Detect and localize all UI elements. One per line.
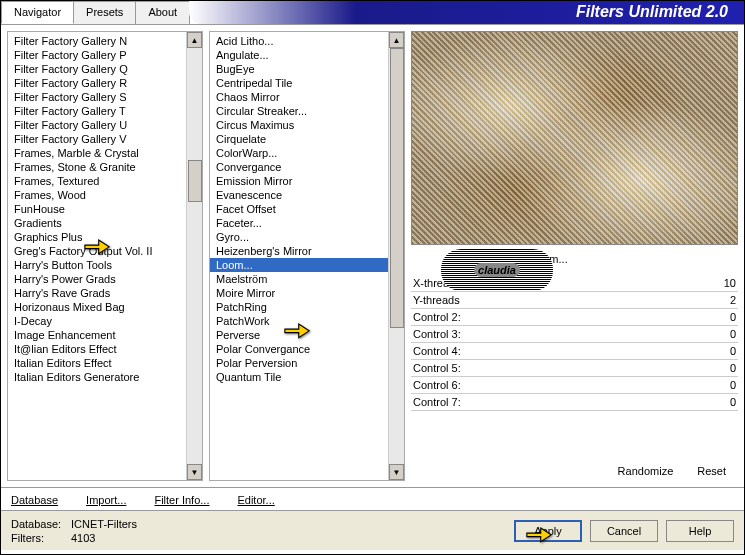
scroll-thumb[interactable] <box>188 160 202 202</box>
filter-item[interactable]: Loom... <box>210 258 388 272</box>
filter-item[interactable]: Evanescence <box>210 188 388 202</box>
category-item[interactable]: Horizonaus Mixed Bag <box>8 300 186 314</box>
watermark-badge: claudia <box>441 249 553 291</box>
category-item[interactable]: Harry's Rave Grads <box>8 286 186 300</box>
category-item[interactable]: Filter Factory Gallery T <box>8 104 186 118</box>
param-row[interactable]: Y-threads2 <box>411 292 738 309</box>
filter-item[interactable]: Circular Streaker... <box>210 104 388 118</box>
param-name: Control 3: <box>413 328 461 340</box>
filter-item[interactable]: BugEye <box>210 62 388 76</box>
category-item[interactable]: Image Enhancement <box>8 328 186 342</box>
param-row[interactable]: Control 2:0 <box>411 309 738 326</box>
category-scrollbar[interactable]: ▲ ▼ <box>186 32 202 480</box>
randomize-button[interactable]: Randomize <box>618 465 674 477</box>
editor-button[interactable]: Editor... <box>237 494 274 506</box>
category-item[interactable]: Frames, Marble & Crystal <box>8 146 186 160</box>
param-name: Control 5: <box>413 362 461 374</box>
category-item[interactable]: I-Decay <box>8 314 186 328</box>
param-row[interactable]: Control 3:0 <box>411 326 738 343</box>
scroll-down-icon[interactable]: ▼ <box>187 464 202 480</box>
category-item[interactable]: Greg's Factory Output Vol. II <box>8 244 186 258</box>
filter-item[interactable]: Quantum Tile <box>210 370 388 384</box>
scroll-up-icon[interactable]: ▲ <box>389 32 404 48</box>
filter-item[interactable]: Heizenberg's Mirror <box>210 244 388 258</box>
category-item[interactable]: Harry's Button Tools <box>8 258 186 272</box>
param-value: 0 <box>730 328 736 340</box>
category-item[interactable]: It@lian Editors Effect <box>8 342 186 356</box>
category-item[interactable]: Graphics Plus <box>8 230 186 244</box>
filter-item[interactable]: Facet Offset <box>210 202 388 216</box>
param-row[interactable]: Control 4:0 <box>411 343 738 360</box>
filter-item[interactable]: Polar Convergance <box>210 342 388 356</box>
category-item[interactable]: Frames, Textured <box>8 174 186 188</box>
parameter-list: X-threads10Y-threads2Control 2:0Control … <box>411 275 738 457</box>
filter-item[interactable]: Centripedal Tile <box>210 76 388 90</box>
help-button[interactable]: Help <box>666 520 734 542</box>
preview-image <box>411 31 738 245</box>
apply-button[interactable]: Apply <box>514 520 582 542</box>
filter-item[interactable]: Polar Perversion <box>210 356 388 370</box>
filter-item[interactable]: Perverse <box>210 328 388 342</box>
tab-presets[interactable]: Presets <box>73 1 136 24</box>
filter-item[interactable]: Convergance <box>210 160 388 174</box>
filter-list[interactable]: Acid Litho...Angulate...BugEyeCentripeda… <box>209 31 405 481</box>
param-value: 10 <box>724 277 736 289</box>
filter-item[interactable]: Emission Mirror <box>210 174 388 188</box>
filter-item[interactable]: Circus Maximus <box>210 118 388 132</box>
database-button[interactable]: Database <box>11 494 58 506</box>
filter-item[interactable]: Moire Mirror <box>210 286 388 300</box>
tab-bar: Navigator Presets About <box>1 1 189 24</box>
category-item[interactable]: Frames, Stone & Granite <box>8 160 186 174</box>
category-item[interactable]: Filter Factory Gallery N <box>8 34 186 48</box>
category-item[interactable]: Frames, Wood <box>8 188 186 202</box>
title-band: Filters Unlimited 2.0 <box>189 1 744 24</box>
scroll-up-icon[interactable]: ▲ <box>187 32 202 48</box>
filter-item[interactable]: Chaos Mirror <box>210 90 388 104</box>
param-name: Control 2: <box>413 311 461 323</box>
param-row[interactable]: Control 6:0 <box>411 377 738 394</box>
scroll-thumb[interactable] <box>390 48 404 328</box>
filter-item[interactable]: PatchRing <box>210 300 388 314</box>
import-button[interactable]: Import... <box>86 494 126 506</box>
category-item[interactable]: Filter Factory Gallery R <box>8 76 186 90</box>
param-value: 0 <box>730 345 736 357</box>
param-value: 0 <box>730 396 736 408</box>
filter-scrollbar[interactable]: ▲ ▼ <box>388 32 404 480</box>
scroll-down-icon[interactable]: ▼ <box>389 464 404 480</box>
param-name: Control 4: <box>413 345 461 357</box>
filter-item[interactable]: Gyro... <box>210 230 388 244</box>
tab-navigator[interactable]: Navigator <box>1 1 74 24</box>
filter-item[interactable]: Faceter... <box>210 216 388 230</box>
category-item[interactable]: Filter Factory Gallery U <box>8 118 186 132</box>
param-row[interactable]: Control 7:0 <box>411 394 738 411</box>
category-item[interactable]: Gradients <box>8 216 186 230</box>
category-item[interactable]: Harry's Power Grads <box>8 272 186 286</box>
category-item[interactable]: Filter Factory Gallery Q <box>8 62 186 76</box>
filter-item[interactable]: Cirquelate <box>210 132 388 146</box>
category-item[interactable]: Filter Factory Gallery P <box>8 48 186 62</box>
filter-item[interactable]: ColorWarp... <box>210 146 388 160</box>
category-item[interactable]: FunHouse <box>8 202 186 216</box>
category-item[interactable]: Italian Editors Generatore <box>8 370 186 384</box>
param-name: Y-threads <box>413 294 460 306</box>
category-item[interactable]: Filter Factory Gallery S <box>8 90 186 104</box>
param-name: Control 6: <box>413 379 461 391</box>
param-value: 2 <box>730 294 736 306</box>
param-value: 0 <box>730 362 736 374</box>
param-value: 0 <box>730 379 736 391</box>
filter-item[interactable]: PatchWork <box>210 314 388 328</box>
filter-item[interactable]: Acid Litho... <box>210 34 388 48</box>
filter-item[interactable]: Maelström <box>210 272 388 286</box>
param-name: Control 7: <box>413 396 461 408</box>
reset-button[interactable]: Reset <box>697 465 726 477</box>
category-item[interactable]: Filter Factory Gallery V <box>8 132 186 146</box>
param-value: 0 <box>730 311 736 323</box>
filter-item[interactable]: Angulate... <box>210 48 388 62</box>
status-bar: Database:ICNET-Filters Filters:4103 <box>11 517 137 545</box>
cancel-button[interactable]: Cancel <box>590 520 658 542</box>
category-list[interactable]: Filter Factory Gallery NFilter Factory G… <box>7 31 203 481</box>
param-row[interactable]: Control 5:0 <box>411 360 738 377</box>
filter-info-button[interactable]: Filter Info... <box>154 494 209 506</box>
category-item[interactable]: Italian Editors Effect <box>8 356 186 370</box>
tab-about[interactable]: About <box>135 1 190 24</box>
